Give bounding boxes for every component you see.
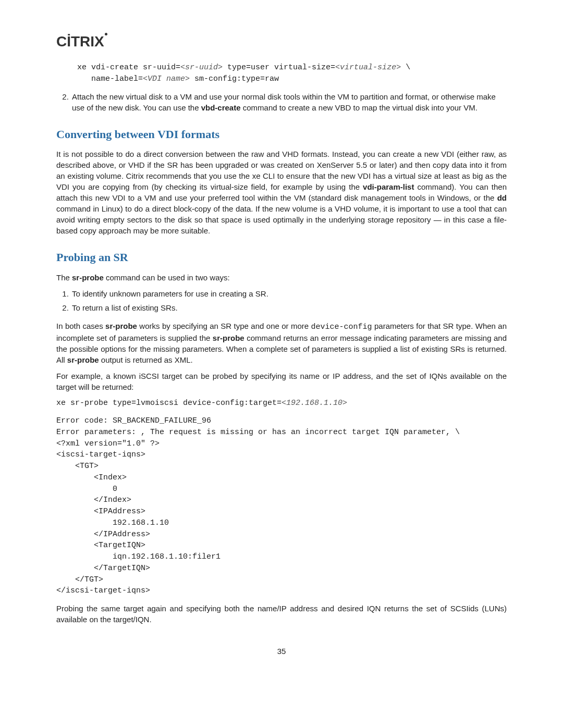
probe-way-1: To identify unknown parameters for use i… bbox=[71, 288, 507, 299]
para-probing-followup: Probing the same target again and specif… bbox=[56, 603, 507, 625]
page-number: 35 bbox=[56, 646, 507, 657]
code-block-sr-probe-cmd: xe sr-probe type=lvmoiscsi device-config… bbox=[56, 398, 507, 409]
probe-way-2: To return a list of existing SRs. bbox=[71, 302, 507, 313]
code-block-vdi-create: xe vdi-create sr-uuid=<sr-uuid> type=use… bbox=[77, 62, 507, 85]
heading-converting: Converting between VDI formats bbox=[56, 127, 507, 143]
para-probing-example: For example, a known iSCSI target can be… bbox=[56, 371, 507, 392]
para-probing-detail: In both cases sr-probe works by specifyi… bbox=[56, 320, 507, 365]
step-2: Attach the new virtual disk to a VM and … bbox=[71, 91, 507, 113]
logo-dot bbox=[105, 33, 107, 35]
probe-ways-list: To identify unknown parameters for use i… bbox=[56, 288, 507, 313]
code-block-sr-probe-output: Error code: SR_BACKEND_FAILURE_96 Error … bbox=[56, 415, 507, 597]
citrix-logo: CİTRIX bbox=[56, 31, 507, 52]
step-list-1: Attach the new virtual disk to a VM and … bbox=[56, 91, 507, 113]
para-converting: It is not possible to do a direct conver… bbox=[56, 149, 507, 236]
para-probing-intro: The sr-probe command can be used in two … bbox=[56, 272, 507, 283]
heading-probing: Probing an SR bbox=[56, 250, 507, 266]
